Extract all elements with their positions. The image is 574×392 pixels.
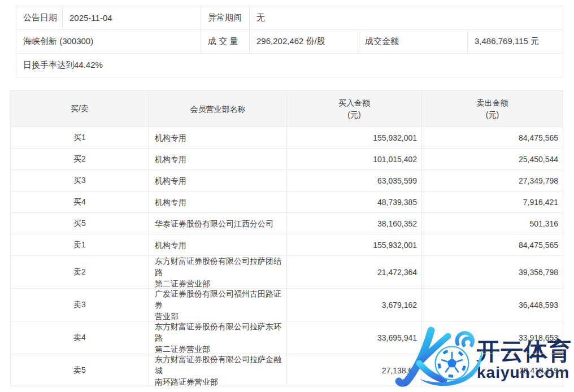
- broker-name-cell: 机构专用: [149, 234, 287, 255]
- side-cell: 买2: [11, 149, 149, 169]
- buy-amount-cell: 155,932,001: [287, 234, 422, 255]
- table-header-row: 买/卖 会员营业部名称 买入金额 (元) 卖出金额 (元): [11, 91, 563, 127]
- header-side: 买/卖: [11, 91, 149, 127]
- table-row: 卖1 机构专用 155,932,001 84,475,565: [11, 234, 563, 256]
- table-row: 买4 机构专用 48,739,385 7,916,421: [11, 191, 563, 213]
- broker-name-cell: 华泰证券股份有限公司江西分公司: [149, 213, 287, 234]
- buy-amount-cell: 27,138,66: [287, 354, 422, 386]
- broker-name-cell: 东方财富证券股份有限公司拉萨东环路 第二证券营业部: [149, 321, 287, 354]
- sell-amount-cell: 28,418,119: [422, 354, 563, 386]
- summary-row-date: 公告日期 2025-11-04 异常期间 无: [16, 6, 563, 30]
- turnover-rate-note: 日换手率达到44.42%: [16, 54, 563, 77]
- side-cell: 买4: [11, 191, 149, 212]
- header-broker: 会员营业部名称: [149, 91, 287, 127]
- buy-amount-cell: 21,472,364: [287, 256, 422, 288]
- buy-amount-cell: 48,739,385: [287, 191, 422, 212]
- sell-amount-cell: 84,475,565: [422, 127, 563, 148]
- side-cell: 卖4: [11, 321, 149, 354]
- broker-name-cell: 东方财富证券股份有限公司拉萨团结路 第二证券营业部: [149, 256, 287, 288]
- sell-amount-cell: 501,316: [422, 213, 563, 234]
- sell-amount-cell: 39,356,798: [422, 256, 563, 288]
- sell-amount-cell: 25,450,544: [422, 149, 563, 169]
- broker-name-cell: 广发证券股份有限公司福州古田路证券 营业部: [149, 289, 287, 321]
- turnover-label: 成交金额: [358, 30, 468, 53]
- buy-amount-cell: 63,035,599: [287, 170, 422, 191]
- summary-row-note: 日换手率达到44.42%: [16, 54, 563, 77]
- abnormal-period-value: 无: [250, 6, 563, 29]
- side-cell: 卖3: [11, 289, 149, 321]
- buy-amount-cell: 101,015,402: [287, 149, 422, 169]
- table-row: 买2 机构专用 101,015,402 25,450,544: [11, 149, 563, 170]
- table-row: 卖4 东方财富证券股份有限公司拉萨东环路 第二证券营业部 33,695,941 …: [11, 321, 563, 354]
- buy-amount-cell: 155,932,001: [287, 127, 422, 148]
- table-row: 卖3 广发证券股份有限公司福州古田路证券 营业部 3,679,162 36,44…: [11, 289, 563, 321]
- stock-name: 海峡创新 (300300): [16, 30, 201, 53]
- side-cell: 买5: [11, 213, 149, 234]
- volume-value: 296,202,462 份/股: [250, 30, 358, 53]
- buy-amount-cell: 38,160,352: [287, 213, 422, 234]
- broker-name-cell: 机构专用: [149, 170, 287, 191]
- side-cell: 卖1: [11, 234, 149, 255]
- side-cell: 卖2: [11, 256, 149, 288]
- buy-amount-cell: 33,695,941: [287, 321, 422, 354]
- header-buy: 买入金额 (元): [287, 91, 422, 127]
- sell-amount-cell: 36,448,593: [422, 289, 563, 321]
- table-row: 买3 机构专用 63,035,599 27,349,798: [11, 170, 563, 191]
- side-cell: 买1: [11, 127, 149, 148]
- side-cell: 卖5: [11, 354, 149, 386]
- announce-date-label: 公告日期: [16, 6, 63, 29]
- header-sell: 卖出金额 (元): [422, 91, 563, 127]
- broker-name-cell: 东方财富证券股份有限公司拉萨金融城 南环路证券营业部: [149, 354, 287, 386]
- abnormal-period-label: 异常期间: [201, 6, 250, 29]
- sell-amount-cell: 7,916,421: [422, 191, 563, 212]
- broker-name-cell: 机构专用: [149, 191, 287, 212]
- summary-table: 公告日期 2025-11-04 异常期间 无 海峡创新 (300300) 成 交…: [16, 6, 563, 77]
- announce-date-value: 2025-11-04: [63, 6, 201, 29]
- sell-amount-cell: 27,349,798: [422, 170, 563, 191]
- table-row: 卖2 东方财富证券股份有限公司拉萨团结路 第二证券营业部 21,472,364 …: [11, 256, 563, 289]
- table-body: 买1 机构专用 155,932,001 84,475,565 买2 机构专用 1…: [11, 127, 563, 386]
- side-cell: 买3: [11, 170, 149, 191]
- table-row: 买5 华泰证券股份有限公司江西分公司 38,160,352 501,316: [11, 213, 563, 234]
- summary-row-stock: 海峡创新 (300300) 成 交 量 296,202,462 份/股 成交金额…: [16, 30, 563, 54]
- volume-label: 成 交 量: [201, 30, 250, 53]
- sell-amount-cell: 33,918,653: [422, 321, 563, 354]
- trade-rank-table: 买/卖 会员营业部名称 买入金额 (元) 卖出金额 (元) 买1 机构专用 15…: [10, 90, 563, 386]
- sell-amount-cell: 84,475,565: [422, 234, 563, 255]
- broker-name-cell: 机构专用: [149, 149, 287, 169]
- broker-name-cell: 机构专用: [149, 127, 287, 148]
- table-row: 买1 机构专用 155,932,001 84,475,565: [11, 127, 563, 149]
- table-row: 卖5 东方财富证券股份有限公司拉萨金融城 南环路证券营业部 27,138,66 …: [11, 354, 563, 386]
- buy-amount-cell: 3,679,162: [287, 289, 422, 321]
- turnover-value: 3,486,769,115 元: [468, 30, 563, 53]
